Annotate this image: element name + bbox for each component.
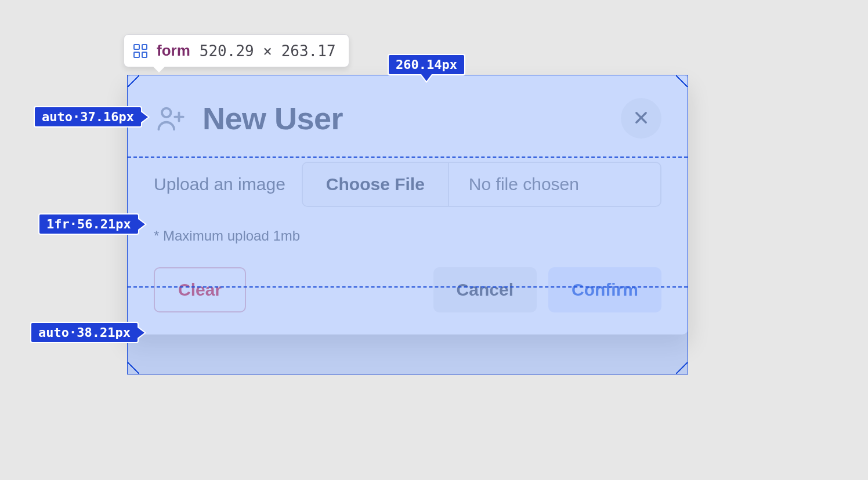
- tooltip-tag: form: [157, 42, 190, 60]
- clear-button[interactable]: Clear: [154, 267, 246, 312]
- close-icon: [633, 110, 649, 128]
- row3-size-badge: auto·38.21px: [30, 322, 139, 343]
- cancel-button[interactable]: Cancel: [433, 267, 537, 312]
- form-title: New User: [202, 100, 343, 136]
- file-status: No file chosen: [449, 174, 599, 194]
- form-body: Upload an image Choose File No file chos…: [154, 162, 661, 244]
- element-tooltip: form 520.29 × 263.17: [124, 34, 349, 67]
- form-header: New User: [154, 98, 661, 139]
- close-button[interactable]: [621, 98, 661, 139]
- new-user-form: New User Upload an image Choose File No …: [127, 75, 688, 334]
- row1-size-badge: auto·37.16px: [34, 106, 142, 128]
- svg-point-0: [162, 108, 171, 117]
- upload-label: Upload an image: [154, 174, 285, 194]
- column-size-badge: 260.14px: [388, 54, 465, 75]
- confirm-button[interactable]: Confirm: [548, 267, 661, 312]
- tooltip-dimensions: 520.29 × 263.17: [200, 42, 336, 60]
- upload-row: Upload an image Choose File No file chos…: [154, 162, 661, 207]
- user-plus-icon: [154, 101, 187, 135]
- form-footer: Clear Cancel Confirm: [154, 267, 661, 312]
- upload-hint: * Maximum upload 1mb: [154, 228, 661, 244]
- row2-size-badge: 1fr·56.21px: [38, 213, 139, 235]
- file-input[interactable]: Choose File No file chosen: [302, 162, 661, 207]
- choose-file-button[interactable]: Choose File: [303, 163, 449, 206]
- grid-icon: [133, 44, 147, 58]
